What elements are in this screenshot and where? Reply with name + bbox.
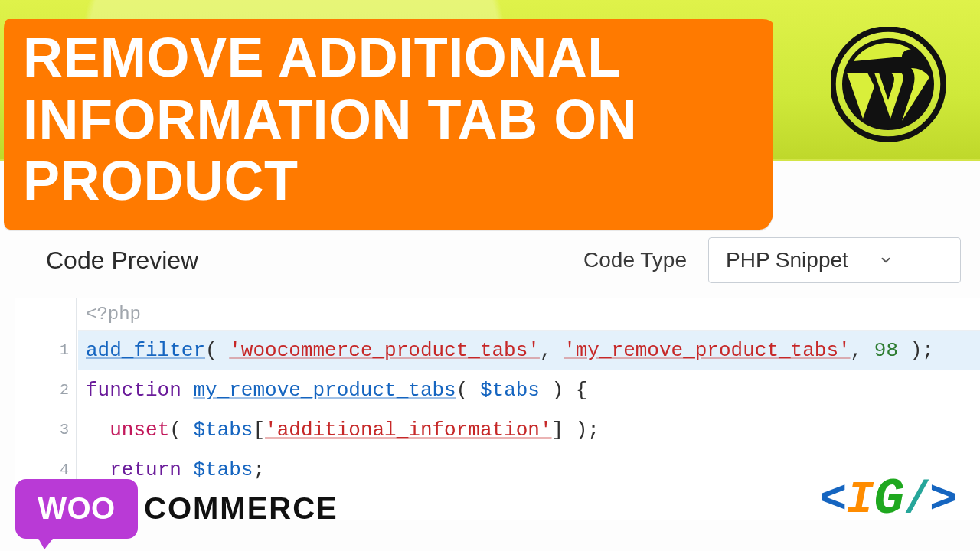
headline-line-1: REMOVE ADDITIONAL (23, 27, 622, 88)
line-number: 3 (15, 421, 69, 439)
ig-gt: > (929, 474, 956, 526)
code-preview-label: Code Preview (46, 246, 198, 275)
code-line-2: function my_remove_product_tabs( $tabs )… (78, 370, 980, 410)
ig-lt: < (819, 474, 845, 526)
line-number: 2 (15, 381, 69, 399)
code-type-value: PHP Snippet (726, 248, 848, 272)
code-line-3: unset( $tabs['additional_information'] )… (78, 410, 980, 450)
woo-bubble-icon: WOO (15, 479, 138, 539)
woocommerce-logo: WOO COMMERCE (15, 472, 338, 545)
ig-g: G (873, 471, 903, 528)
headline-text: REMOVE ADDITIONAL INFORMATION TAB ON PRO… (23, 27, 637, 212)
code-preview-header: Code Preview Code Type PHP Snippet (46, 237, 961, 283)
wordpress-logo-icon (831, 27, 946, 142)
woo-bubble-text: WOO (38, 491, 115, 526)
headline-line-3: PRODUCT (23, 150, 299, 211)
ig-slash: / (903, 474, 929, 526)
ig-logo: < I G / > (819, 471, 956, 528)
woo-commerce-text: COMMERCE (144, 491, 338, 526)
chevron-down-icon (879, 253, 893, 267)
headline-line-2: INFORMATION TAB ON (23, 89, 637, 150)
line-number: 1 (15, 341, 69, 359)
code-type-label: Code Type (583, 248, 687, 272)
headline-panel: REMOVE ADDITIONAL INFORMATION TAB ON PRO… (4, 19, 773, 230)
ig-i: I (845, 474, 873, 526)
code-type-select[interactable]: PHP Snippet (708, 237, 961, 283)
code-open-tag: <?php (78, 298, 980, 331)
code-line-1: add_filter( 'woocommerce_product_tabs', … (78, 331, 980, 370)
